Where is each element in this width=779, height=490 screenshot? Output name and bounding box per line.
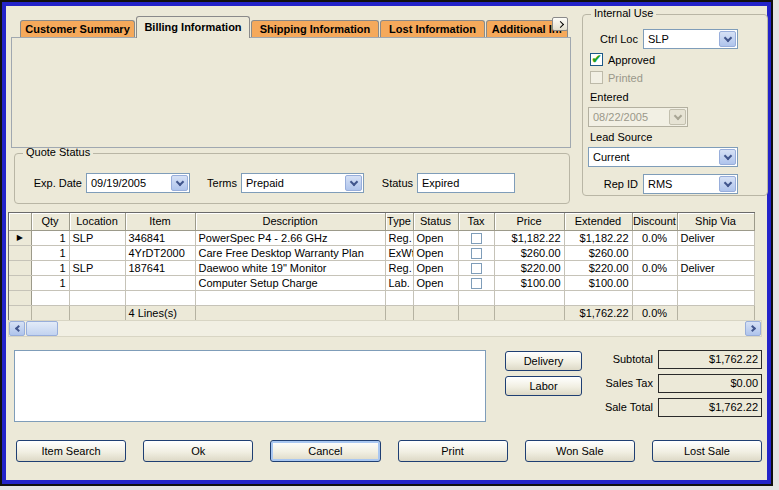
cell-type: Reg. [385, 260, 413, 275]
internal-use-title: Internal Use [591, 7, 656, 19]
line-items-grid: Qty Location Item Description Type Statu… [8, 212, 755, 322]
approved-label: Approved [608, 54, 655, 66]
ok-button[interactable]: Ok [143, 440, 253, 462]
cell-description: PowerSpec P4 - 2.66 GHz [195, 230, 385, 245]
print-button[interactable]: Print [398, 440, 508, 462]
cell-tax[interactable] [458, 230, 494, 245]
dropdown-button[interactable] [719, 176, 736, 192]
chevron-down-icon [349, 177, 357, 185]
notes-field[interactable] [14, 350, 486, 422]
scrollbar-thumb[interactable] [26, 321, 58, 336]
chevron-down-icon [175, 177, 183, 185]
cell-description: Care Free Desktop Warranty Plan [195, 245, 385, 260]
lead-source-value: Current [589, 148, 718, 166]
summary-blank [494, 305, 564, 320]
tax-checkbox[interactable] [471, 278, 482, 289]
dropdown-button[interactable] [171, 175, 188, 191]
cell-qty: 1 [31, 260, 69, 275]
cell-tax[interactable] [458, 275, 494, 290]
tax-checkbox[interactable] [471, 263, 482, 274]
approved-checkbox[interactable]: ✔ [590, 53, 603, 66]
rep-id-combo[interactable]: RMS [643, 174, 738, 194]
cell-shipvia [677, 275, 754, 290]
rep-id-value: RMS [644, 175, 718, 193]
col-discount: Discount [632, 213, 677, 230]
cell-shipvia: Deliver [677, 230, 754, 245]
table-row[interactable]: 1 4YrDT2000 Care Free Desktop Warranty P… [9, 245, 754, 260]
ctrl-loc-label: Ctrl Loc [598, 33, 638, 45]
cell-tax[interactable] [458, 245, 494, 260]
summary-blank [385, 305, 413, 320]
dropdown-button[interactable] [345, 175, 362, 191]
scroll-left-button[interactable] [9, 321, 25, 336]
tab-lost-information[interactable]: Lost Information [380, 20, 485, 38]
lead-source-combo[interactable]: Current [588, 147, 738, 167]
chevron-left-icon [14, 325, 21, 332]
printed-label: Printed [608, 72, 643, 84]
item-search-button[interactable]: Item Search [16, 440, 126, 462]
row-selector[interactable] [9, 275, 31, 290]
cell-status: Open [413, 245, 458, 260]
scroll-right-button[interactable] [745, 321, 761, 336]
sales-tax-label: Sales Tax [585, 377, 653, 389]
cell-price: $100.00 [494, 275, 564, 290]
table-row[interactable]: 1 Computer Setup Charge Lab. Open $100.0… [9, 275, 754, 290]
sale-total-label: Sale Total [585, 401, 653, 413]
cell-discount: 0.0% [632, 230, 677, 245]
col-tax: Tax [458, 213, 494, 230]
won-sale-button[interactable]: Won Sale [525, 440, 635, 462]
cell-qty: 1 [31, 245, 69, 260]
cell-extended: $260.00 [564, 245, 632, 260]
cell-qty: 1 [31, 275, 69, 290]
ctrl-loc-combo[interactable]: SLP [643, 29, 738, 49]
cell-shipvia [677, 245, 754, 260]
ctrl-loc-value: SLP [644, 30, 718, 48]
row-selector[interactable]: ▶ [9, 230, 31, 245]
tab-shipping-information[interactable]: Shipping Information [251, 20, 379, 38]
grid-header-row: Qty Location Item Description Type Statu… [9, 213, 754, 230]
exp-date-label: Exp. Date [24, 177, 82, 189]
col-shipvia: Ship Via [677, 213, 754, 230]
labor-button[interactable]: Labor [505, 376, 582, 396]
cell-shipvia: Deliver [677, 260, 754, 275]
tab-scroll-button[interactable] [552, 17, 568, 31]
dropdown-button[interactable] [719, 31, 736, 47]
grid-summary-row: 4 Lines(s) $1,762.22 0.0% [9, 305, 754, 320]
table-row[interactable]: 1 SLP 187641 Daewoo white 19" Monitor Re… [9, 260, 754, 275]
empty-row [9, 290, 754, 305]
cell-item: 187641 [125, 260, 195, 275]
terms-combo[interactable]: Prepaid [241, 173, 364, 193]
delivery-button[interactable]: Delivery [505, 351, 582, 371]
status-label: Status [375, 177, 413, 189]
billing-pane [11, 37, 571, 148]
table-row[interactable]: ▶ 1 SLP 346841 PowerSpec P4 - 2.66 GHz R… [9, 230, 754, 245]
cell-tax[interactable] [458, 260, 494, 275]
cell-discount [632, 245, 677, 260]
tax-checkbox[interactable] [471, 248, 482, 259]
status-field[interactable]: Expired [417, 173, 515, 193]
cell-price: $1,182.22 [494, 230, 564, 245]
tab-billing-information[interactable]: Billing Information [136, 16, 250, 38]
cell-extended: $220.00 [564, 260, 632, 275]
subtotal-value: $1,762.22 [658, 350, 762, 369]
chevron-right-icon [556, 20, 563, 27]
grid-horizontal-scrollbar[interactable] [8, 320, 762, 337]
dropdown-button[interactable] [719, 149, 736, 165]
tab-customer-summary[interactable]: Customer Summary [20, 20, 135, 38]
chevron-down-icon [723, 151, 731, 159]
cell-location [69, 245, 125, 260]
selector-header [9, 213, 31, 230]
check-icon: ✔ [591, 54, 601, 65]
lost-sale-button[interactable]: Lost Sale [652, 440, 762, 462]
cancel-button[interactable]: Cancel [270, 440, 380, 462]
entered-date-value: 08/22/2005 [589, 108, 668, 126]
row-selector [9, 290, 31, 305]
lead-source-label: Lead Source [590, 131, 652, 143]
exp-date-combo[interactable]: 09/19/2005 [86, 173, 190, 193]
chevron-down-icon [723, 178, 731, 186]
row-selector[interactable] [9, 260, 31, 275]
row-selector[interactable] [9, 245, 31, 260]
tax-checkbox[interactable] [471, 233, 482, 244]
col-item: Item [125, 213, 195, 230]
cell-status: Open [413, 230, 458, 245]
